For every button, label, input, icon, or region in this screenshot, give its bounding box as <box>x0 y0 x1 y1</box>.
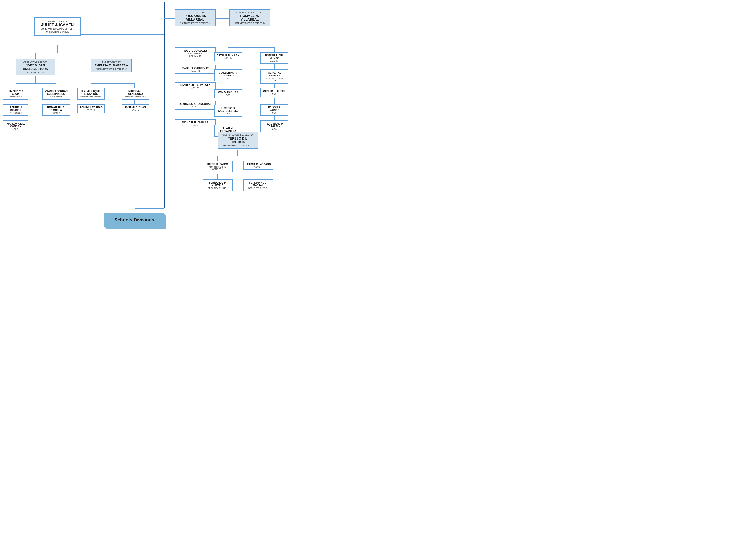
arthur-box: ARTHUR R. MILAN ADA - IV <box>214 52 242 61</box>
budget-title: ADMINISTRATIVE OFFICER V <box>93 68 129 70</box>
finance-title1: SUPERVISING ADMIN. OFFICER <box>38 28 77 30</box>
jeanhel-box: JEANHEL A. INFANTE Accountant I <box>3 104 28 116</box>
asset-mgmt-box: ASSET MANAGEMENT SECTION TERESO D.L. UBU… <box>218 132 258 149</box>
kimberly-box: KIMBERLY S. ARMA Accountant II <box>3 88 28 100</box>
genier-title: COS <box>263 93 286 95</box>
elaine-name: ELAINE RAQUEL L. SANTOS <box>79 90 103 95</box>
evelyn-box: EVELYN C. JUAN ADA - IV <box>122 104 149 113</box>
records-name: PRECIOUS M. VILLAREAL <box>177 14 213 21</box>
isabel-title: ADAS - III <box>177 70 213 72</box>
accounting-label: ACCOUNTING SECTION <box>18 61 53 63</box>
ferdinand-d-title: COS <box>263 128 286 130</box>
vincent-name: VINCENT JORDAN S. BERNARDO <box>45 90 68 95</box>
michael-box: MICHAEL E. CHUCAS COS <box>175 119 216 128</box>
emmanuel-name: EMMANUEL B. DIONELA <box>45 106 68 112</box>
edison-box: EDISON S. NARIDO COS <box>260 104 288 116</box>
ferdinand-d-box: FERDINAND P. DEGUMA COS <box>260 120 288 132</box>
fernando-box: FERNANDO P. AUSTRIA SECURITY GUARD I <box>203 179 233 191</box>
edison-name: EDISON S. NARIDO <box>263 106 286 112</box>
elaine-box: ELAINE RAQUEL L. SANTOS Administrative O… <box>77 88 105 100</box>
isabel-box: ISABEL T. CABURNAY ADAS - III <box>175 65 216 74</box>
accounting-name: JOEY B. SAN BUENAVENTURA <box>18 64 53 71</box>
asset-mgmt-title: ADMINISTRATIVE OFFICER V <box>220 144 256 147</box>
jeanhel-name: JEANHEL A. INFANTE <box>5 106 26 112</box>
minerva-title: Administrative Officer II <box>124 96 147 98</box>
kimberly-title: Accountant II <box>5 96 26 98</box>
fernando-title: SECURITY GUARD I <box>205 187 230 189</box>
ronnie-del-title: ADA - IV <box>263 60 286 62</box>
fidel-name: FIDEL P. GONZALES <box>177 49 213 52</box>
ronnie-del-box: RONNIE P. DEL MUNDO ADA - IV <box>260 52 288 64</box>
leticia-name: LETICIA M. NODADO <box>245 163 271 166</box>
vincent-title: Accountant II <box>45 96 68 98</box>
romeo-box: ROMEO I. TORIBIO ADAS - II <box>77 104 105 113</box>
fidel-title1: TEACHING AIDE <box>177 52 213 55</box>
finance-section-label: FINANCE DIVISION <box>38 20 77 22</box>
general-services-box: GENERAL SERVICES UNIT ROMMEL M. VILLAREA… <box>229 9 270 26</box>
genier-name: GENIER L. ALIZER <box>263 90 286 93</box>
arthur-title: ADA - IV <box>216 57 240 59</box>
ronnie-del-name: RONNIE P. DEL MUNDO <box>263 54 286 60</box>
evelyn-name: EVELYN C. JUAN <box>124 106 147 109</box>
irene-title: ADMINISTRATIVE OFFICER II <box>205 166 230 170</box>
budget-label: BUDGET SECTION <box>93 61 129 63</box>
ferdinand-d-name: FERDINAND P. DEGUMA <box>263 122 286 128</box>
guillermo-name: GUILLERMO R. ALMERO <box>216 71 240 77</box>
general-services-label: GENERAL SERVICES UNIT <box>232 11 268 13</box>
budget-section-box: BUDGET SECTION EMELINA M. BARRERA ADMINI… <box>91 59 132 72</box>
budget-name: EMELINA M. BARRERA <box>93 64 129 67</box>
michael-name: MICHAEL E. CHUCAS <box>177 121 213 124</box>
reynaldo-name: REYNALDO A. TANGUNAN <box>177 103 213 105</box>
ferdinand-j-title: SECURITY GUARD I <box>245 187 271 189</box>
emmanuel-box: EMMANUEL B. DIONELA ADAS- V <box>42 104 70 116</box>
eusebio-box: EUSEBIO B. MOSTOLES, JR. COS <box>214 105 242 117</box>
records-title: ADMINISTRATIVE OFFICER V <box>177 22 213 24</box>
asset-mgmt-name: TERESO D.L. UBUNGIN <box>220 137 256 144</box>
org-chart: FINANCE DIVISION JULIET J. ICAMEN SUPERV… <box>0 0 370 9</box>
michedneil-title: ADA - VI <box>177 87 213 89</box>
van-title: COS <box>216 94 240 96</box>
accounting-title: ACCOUNTANT III <box>18 71 53 74</box>
fernando-name: FERNANDO P. AUSTRIA <box>205 181 230 187</box>
ma-eunice-box: MA. EUNICE L. CONCAN COS <box>3 120 28 132</box>
reynaldo-title: ADA -I <box>177 106 213 108</box>
alan-name: ALAN M. FERNANDEZ <box>216 127 240 132</box>
ma-eunice-title: COS <box>5 128 26 130</box>
general-services-name: ROMMEL M. VILLAREAL <box>232 14 268 21</box>
general-services-title: ADMINISTRATIVE OFFICER IV <box>232 22 268 24</box>
guillermo-box: GUILLERMO R. ALMERO COS <box>214 69 242 81</box>
kimberly-name: KIMBERLY S. ARMA <box>5 90 26 95</box>
jeanhel-title: Accountant I <box>5 112 26 114</box>
fidel-box: FIDEL P. GONZALES TEACHING AIDE SPECIALI… <box>175 47 216 59</box>
finance-name: JULIET J. ICAMEN <box>38 23 77 27</box>
ferdinand-j-name: FERDINAND J. MACTAL <box>245 181 271 187</box>
records-label: RECORDS SECTION <box>177 11 213 13</box>
oliver-title: DETAILED FROM MANILA <box>263 77 286 82</box>
eusebio-title: COS <box>216 113 240 115</box>
michedneil-name: MICHEDNEIL A. VALDEZ <box>177 84 213 87</box>
van-box: VAN B. DACUBA COS <box>214 89 242 98</box>
michedneil-box: MICHEDNEIL A. VALDEZ ADA - VI <box>175 82 216 91</box>
genier-box: GENIER L. ALIZER COS <box>260 88 288 97</box>
vincent-box: VINCENT JORDAN S. BERNARDO Accountant II <box>42 88 70 100</box>
finance-title2: OFFICER-IN-CHARGE <box>38 31 77 33</box>
edison-title: COS <box>263 112 286 114</box>
leticia-box: LETICIA M. NODADO ADAS - I <box>243 161 273 170</box>
finance-division-box: FINANCE DIVISION JULIET J. ICAMEN SUPERV… <box>34 17 81 36</box>
evelyn-title: ADA - IV <box>124 109 147 111</box>
emmanuel-title: ADAS- V <box>45 112 68 114</box>
romeo-name: ROMEO I. TORIBIO <box>79 106 103 109</box>
michael-title: COS <box>177 124 213 126</box>
connector-lines <box>0 0 370 271</box>
van-name: VAN B. DACUBA <box>216 91 240 94</box>
oliver-box: OLIVER G. CAYAGO DETAILED FROM MANILA <box>260 69 288 84</box>
irene-name: IRENE M. PATOC <box>205 163 230 166</box>
oliver-name: OLIVER G. CAYAGO <box>263 71 286 77</box>
ferdinand-j-box: FERDINAND J. MACTAL SECURITY GUARD I <box>243 179 273 191</box>
minerva-name: MINERVA L. GENEROSO <box>124 90 147 95</box>
leticia-title: ADAS - I <box>245 166 271 168</box>
reynaldo-box: REYNALDO A. TANGUNAN ADA -I <box>175 101 216 110</box>
arthur-name: ARTHUR R. MILAN <box>216 54 240 57</box>
ma-eunice-name: MA. EUNICE L. CONCAN <box>5 122 26 128</box>
minerva-box: MINERVA L. GENEROSO Administrative Offic… <box>122 88 149 100</box>
